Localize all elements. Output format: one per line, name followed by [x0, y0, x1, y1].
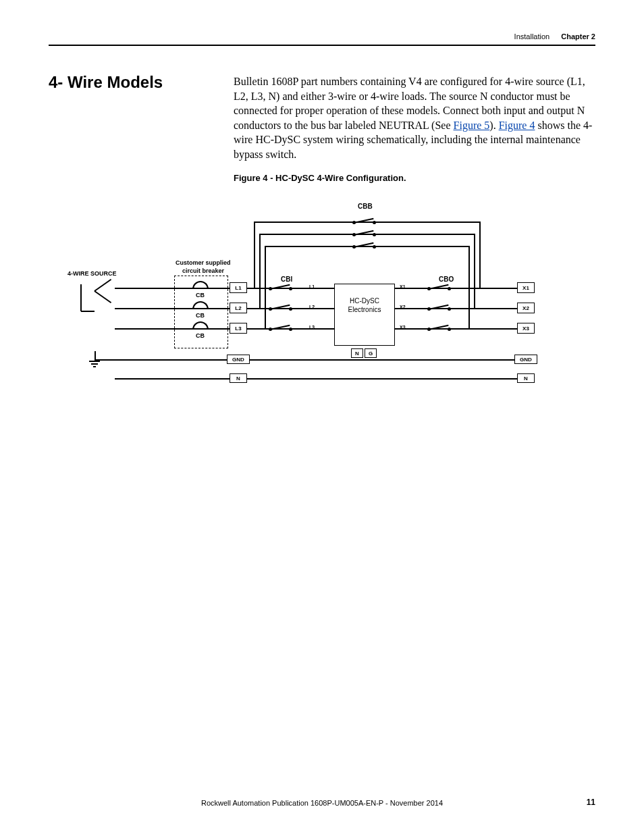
- cbb-sw-d3b: [373, 245, 376, 249]
- label-4wire-source: 4-WIRE SOURCE: [68, 270, 117, 277]
- line-gnd: [95, 359, 533, 361]
- box-l2: L2: [230, 303, 247, 313]
- box-l3: L3: [230, 323, 247, 334]
- figure-caption: Figure 4 - HC-DySC 4-Wire Configuration.: [234, 173, 406, 183]
- cbb-up-2: [259, 234, 261, 308]
- cbb-up-1: [254, 221, 255, 288]
- xx1: X1: [400, 284, 406, 289]
- cbi-dot-1b: [289, 287, 292, 290]
- gnd-bar-1: [89, 361, 100, 362]
- cb-label-3: CB: [196, 332, 205, 339]
- cbb-sw-d2b: [373, 233, 376, 236]
- page-number: 11: [587, 798, 595, 807]
- line-l2: [115, 308, 533, 309]
- electronics-l1: HC-DySC: [335, 296, 394, 305]
- wye-arm-3: [81, 311, 95, 312]
- gnd-stem: [95, 351, 96, 361]
- box-l1: L1: [230, 282, 247, 293]
- box-n-r: N: [517, 373, 535, 383]
- wye-arm-2: [94, 290, 111, 303]
- cb-label-1: CB: [196, 292, 205, 298]
- label-cbi: CBI: [281, 276, 292, 283]
- xx2: X2: [400, 305, 406, 309]
- gnd-bar-3: [93, 366, 96, 367]
- cbo-dot-1b: [448, 287, 451, 290]
- box-x1: X1: [517, 282, 535, 293]
- cb-label-2: CB: [196, 312, 205, 319]
- electronics-box: HC-DySC Electronics: [334, 284, 395, 346]
- page-header: Installation Chapter 2: [514, 32, 595, 41]
- electronics-l2: Electronics: [335, 305, 394, 314]
- box-x3: X3: [517, 323, 535, 334]
- gnd-bar-2: [91, 363, 98, 365]
- cbi-dot-2b: [289, 307, 292, 311]
- cbi-dot-3b: [289, 328, 292, 331]
- box-gnd-r: GND: [514, 355, 537, 364]
- cbb-top-2: [259, 234, 474, 235]
- label-cust-breaker-2: circuit breaker: [182, 267, 224, 274]
- link-figure-4[interactable]: Figure 4: [499, 120, 535, 131]
- body-mid: ).: [489, 120, 498, 131]
- xx3: X3: [400, 325, 406, 330]
- label-cbo: CBO: [439, 276, 454, 283]
- page: Installation Chapter 2 4- Wire Models Bu…: [0, 0, 644, 834]
- cbb-sw-d1b: [373, 221, 376, 224]
- cbb-dn-1: [479, 221, 481, 288]
- cbo-dot-2b: [448, 307, 451, 311]
- cbb-top-1: [254, 221, 479, 223]
- box-ng-n: N: [351, 348, 363, 358]
- cbb-up-3: [265, 246, 266, 328]
- link-figure-5[interactable]: Figure 5: [454, 120, 490, 131]
- box-ng-g: G: [365, 348, 377, 358]
- wye-arm-1: [94, 279, 111, 292]
- page-footer: Rockwell Automation Publication 1608P-UM…: [0, 799, 644, 807]
- ll2: L2: [309, 305, 315, 309]
- ll1: L1: [309, 284, 315, 289]
- line-l3: [115, 328, 533, 330]
- cbo-dot-3b: [448, 328, 451, 331]
- ll3: L3: [309, 325, 315, 330]
- box-gnd-l: GND: [227, 355, 250, 364]
- cbb-top-3: [265, 246, 468, 247]
- label-cust-breaker-1: Customer supplied: [176, 259, 231, 266]
- header-chapter: Chapter 2: [561, 32, 595, 41]
- label-cbb: CBB: [358, 203, 373, 210]
- wye-stem: [80, 284, 82, 311]
- box-n-l: N: [230, 373, 247, 383]
- header-section: Installation: [514, 32, 550, 41]
- body-paragraph: Bulletin 1608P part numbers containing V…: [234, 74, 595, 162]
- box-x2: X2: [517, 303, 535, 313]
- section-title: 4- Wire Models: [49, 73, 163, 92]
- figure-4-diagram: 4-WIRE SOURCE Customer supplied circuit …: [95, 203, 554, 405]
- line-n: [115, 378, 533, 380]
- cbb-dn-3: [468, 246, 470, 328]
- header-rule: [49, 45, 595, 46]
- cbb-dn-2: [474, 234, 475, 308]
- line-l1: [115, 288, 533, 289]
